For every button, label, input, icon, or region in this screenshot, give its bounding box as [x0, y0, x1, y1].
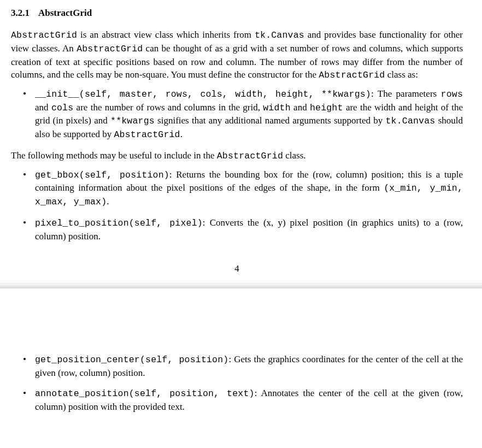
code-abstractgrid: AbstractGrid: [11, 30, 77, 40]
init-signature: __init__(self, master, rows, cols, width…: [35, 89, 371, 99]
list-item: get_bbox(self, position): Returns the bo…: [35, 168, 463, 209]
annotate-position-signature: annotate_position(self, position, text): [35, 388, 255, 399]
text: and: [35, 102, 51, 113]
code-cols: cols: [51, 103, 73, 113]
text: The following methods may be useful to i…: [11, 150, 217, 161]
list-item: annotate_position(self, position, text):…: [35, 387, 463, 413]
text: .: [180, 129, 183, 139]
code-abstractgrid: AbstractGrid: [77, 44, 143, 54]
code-kwargs: **kwargs: [110, 116, 155, 126]
get-position-center-signature: get_position_center(self, position): [35, 355, 228, 365]
code-width: width: [263, 103, 291, 113]
code-abstractgrid: AbstractGrid: [319, 70, 385, 80]
pixel-to-position-signature: pixel_to_position(self, pixel): [35, 218, 203, 228]
code-rows: rows: [441, 89, 463, 99]
code-height: height: [310, 103, 343, 113]
text: signifies that any additional named argu…: [155, 115, 386, 126]
page-1: 3.2.1AbstractGrid AbstractGrid is an abs…: [0, 0, 482, 283]
code-abstractgrid: AbstractGrid: [217, 151, 283, 161]
section-title: AbstractGrid: [38, 8, 92, 18]
methods-list-2: get_position_center(self, position): Get…: [11, 353, 463, 413]
page-number: 4: [11, 263, 463, 274]
text: .: [107, 196, 109, 207]
code-tk-canvas: tk.Canvas: [385, 116, 435, 126]
code-abstractgrid: AbstractGrid: [114, 129, 180, 140]
section-number: 3.2.1: [11, 8, 30, 18]
methods-intro: The following methods may be useful to i…: [11, 149, 463, 163]
constructor-list: __init__(self, master, rows, cols, width…: [11, 87, 463, 142]
get-bbox-signature: get_bbox(self, position): [35, 170, 169, 180]
list-item: pixel_to_position(self, pixel): Converts…: [35, 216, 463, 243]
page-break: [0, 283, 482, 288]
text: class.: [283, 150, 306, 161]
methods-list-1: get_bbox(self, position): Returns the bo…: [11, 168, 463, 243]
code-tk-canvas: tk.Canvas: [255, 30, 304, 40]
text: : The parameters: [371, 89, 441, 99]
section-heading: 3.2.1AbstractGrid: [11, 8, 463, 19]
text: class as:: [385, 69, 418, 80]
list-item: __init__(self, master, rows, cols, width…: [35, 87, 463, 142]
text: are the number of rows and columns in th…: [73, 102, 263, 113]
text: and: [291, 102, 310, 113]
list-item: get_position_center(self, position): Get…: [35, 353, 463, 379]
intro-paragraph: AbstractGrid is an abstract view class w…: [11, 28, 463, 82]
page-2: get_position_center(self, position): Get…: [0, 288, 482, 437]
text: is an abstract view class which inherits…: [77, 30, 255, 40]
